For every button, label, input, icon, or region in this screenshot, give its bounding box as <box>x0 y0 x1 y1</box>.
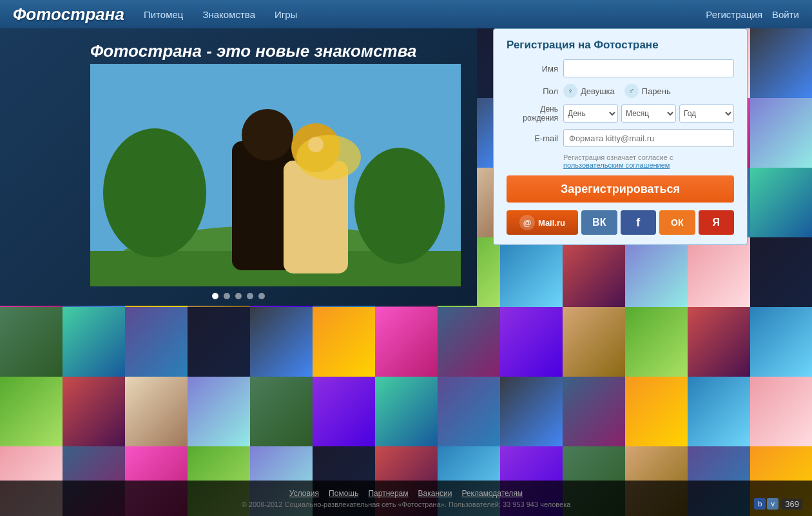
ok-login-button[interactable]: ОК <box>659 210 695 235</box>
footer-link-pomosh[interactable]: Помощь <box>329 489 358 498</box>
hero-image <box>90 64 461 286</box>
footer-link-partneram[interactable]: Партнерам <box>368 489 408 498</box>
tile[interactable] <box>0 377 63 446</box>
email-label: E-mail <box>507 134 558 143</box>
mailru-icon: @ <box>519 215 535 230</box>
reg-title: Регистрация на Фотостране <box>507 39 734 52</box>
carousel-dot-5[interactable] <box>258 293 265 299</box>
tile[interactable] <box>750 307 812 377</box>
dob-row: Деньрождения День Месяц Год <box>507 104 734 123</box>
tile[interactable] <box>750 237 812 307</box>
tile[interactable] <box>500 307 563 377</box>
gender-female-option[interactable]: ♀ Девушка <box>563 84 615 98</box>
svg-point-4 <box>354 148 445 264</box>
name-row: Имя <box>507 59 734 77</box>
tile[interactable] <box>375 377 438 446</box>
email-input[interactable] <box>563 129 734 147</box>
carousel-dot-4[interactable] <box>247 293 253 299</box>
tile[interactable] <box>438 377 500 446</box>
site-logo[interactable]: Фотострана <box>13 5 124 25</box>
tile[interactable] <box>125 307 188 377</box>
female-icon: ♀ <box>563 84 577 98</box>
mailru-login-button[interactable]: @ Mail.ru <box>507 210 578 235</box>
tile[interactable] <box>688 237 750 307</box>
gender-row: Пол ♀ Девушка ♂ Парень <box>507 84 734 98</box>
gender-male-option[interactable]: ♂ Парень <box>624 84 671 98</box>
tile[interactable] <box>438 307 500 377</box>
agreement-text: Регистрация означает согласие с пользова… <box>507 154 734 169</box>
registration-panel: Регистрация на Фотостране Имя Пол ♀ Деву… <box>493 28 748 245</box>
svg-point-6 <box>242 109 293 161</box>
tile[interactable] <box>250 307 313 377</box>
main-area: Фотострана - это новые знакомства Вы обя… <box>0 28 812 516</box>
nav-pitomets[interactable]: Питомец <box>144 9 183 20</box>
tile[interactable] <box>0 307 63 377</box>
svg-point-9 <box>296 135 361 180</box>
carousel-dot-1[interactable] <box>212 293 218 299</box>
dob-day-select[interactable]: День <box>563 104 618 123</box>
tile[interactable] <box>188 377 250 446</box>
tile[interactable] <box>500 377 563 446</box>
dob-label: Деньрождения <box>507 104 558 123</box>
dob-year-select[interactable]: Год <box>679 104 734 123</box>
tile[interactable] <box>313 377 375 446</box>
footer-counter: b v 369 <box>754 498 802 510</box>
ok-icon: ОК <box>671 217 683 228</box>
email-row: E-mail <box>507 129 734 147</box>
male-label: Парень <box>642 86 671 96</box>
tile[interactable] <box>63 377 125 446</box>
tile[interactable] <box>375 307 438 377</box>
tile[interactable] <box>750 377 812 446</box>
svg-point-10 <box>308 137 324 152</box>
yandex-icon: Я <box>713 217 720 228</box>
tile[interactable] <box>688 377 750 446</box>
main-nav: Питомец Знакомства Игры <box>144 9 706 20</box>
carousel-dot-2[interactable] <box>224 293 230 299</box>
tile[interactable] <box>625 237 688 307</box>
footer-link-reklama[interactable]: Рекламодателям <box>461 489 523 498</box>
nav-znakomstva[interactable]: Знакомства <box>202 9 255 20</box>
carousel-dots <box>212 293 265 299</box>
footer-link-usloviya[interactable]: Условия <box>289 489 319 498</box>
tile[interactable] <box>63 307 125 377</box>
counter-icon-b: b <box>754 498 766 510</box>
nav-igry[interactable]: Игры <box>275 9 297 20</box>
tile[interactable] <box>125 377 188 446</box>
register-button[interactable]: Зарегистрироваться <box>507 175 734 203</box>
yandex-login-button[interactable]: Я <box>699 210 735 235</box>
tile[interactable] <box>750 168 812 237</box>
tile[interactable] <box>688 307 750 377</box>
header-right: Регистрация Войти <box>706 9 799 20</box>
dob-month-select[interactable]: Месяц <box>621 104 676 123</box>
tile[interactable] <box>188 307 250 377</box>
tile[interactable] <box>750 28 812 98</box>
male-icon: ♂ <box>624 84 639 98</box>
vk-login-button[interactable]: ВК <box>581 210 617 235</box>
facebook-login-button[interactable]: f <box>621 210 657 235</box>
tile[interactable] <box>313 307 375 377</box>
hero-title: Фотострана - это новые знакомства <box>90 41 464 61</box>
gender-label: Пол <box>507 86 558 96</box>
tile[interactable] <box>250 377 313 446</box>
female-label: Девушка <box>581 86 615 96</box>
footer: Условия Помощь Партнерам Вакансии Реклам… <box>0 481 812 516</box>
register-link[interactable]: Регистрация <box>706 9 762 20</box>
tile[interactable] <box>625 377 688 446</box>
footer-links: Условия Помощь Партнерам Вакансии Реклам… <box>289 489 523 498</box>
tile[interactable] <box>563 307 625 377</box>
carousel-dot-3[interactable] <box>235 293 242 299</box>
tile[interactable] <box>563 377 625 446</box>
counter-icon-v: v <box>767 498 778 510</box>
tile[interactable] <box>500 237 563 307</box>
tile[interactable] <box>563 237 625 307</box>
agreement-link[interactable]: пользовательским соглашением <box>563 161 670 169</box>
name-input[interactable] <box>563 59 734 77</box>
fb-icon: f <box>636 216 640 230</box>
tile[interactable] <box>625 307 688 377</box>
footer-link-vakansii[interactable]: Вакансии <box>418 489 452 498</box>
header: Фотострана Питомец Знакомства Игры Регис… <box>0 0 812 28</box>
couple-svg <box>90 64 461 286</box>
name-label: Имя <box>507 64 558 74</box>
login-link[interactable]: Войти <box>772 9 799 20</box>
tile[interactable] <box>750 98 812 168</box>
